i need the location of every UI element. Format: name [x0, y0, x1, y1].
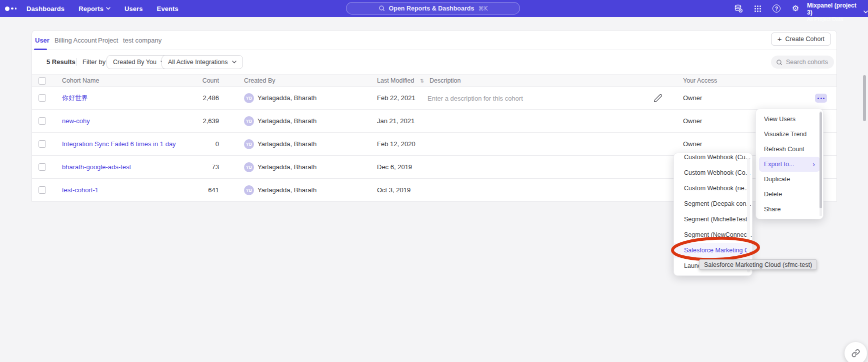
plus-icon: + — [778, 35, 782, 43]
project-selector-text: Mixpanel (project 3) All Project Data — [807, 2, 858, 22]
nav-events[interactable]: Events — [157, 5, 178, 13]
global-search-bar[interactable]: Open Reports & Dashboards ⌘K — [346, 2, 520, 15]
submenu-scrollbar[interactable] — [747, 158, 750, 272]
search-icon — [378, 5, 385, 12]
table-row: new-cohy 2,639 YB Yarlagadda, Bharath Ja… — [32, 110, 836, 133]
project-name: Mixpanel (project 3) — [807, 2, 858, 16]
last-modified-date: Jan 21, 2021 — [377, 110, 414, 133]
cohort-name-link[interactable]: 你好世界 — [62, 87, 88, 110]
nav-users[interactable]: Users — [124, 5, 143, 13]
dot — [818, 98, 819, 99]
tab-project[interactable]: Project — [98, 31, 118, 50]
select-all-checkbox[interactable] — [38, 77, 46, 85]
cohort-name-link[interactable]: bharath-google-ads-test — [62, 156, 131, 179]
chevron-down-icon — [864, 11, 868, 14]
tab-billing-account[interactable]: Billing Account — [54, 31, 97, 50]
edit-pencil-icon[interactable] — [654, 94, 662, 103]
menu-item-view-users[interactable]: View Users — [756, 112, 823, 127]
export-to-label: Export to... — [764, 161, 794, 168]
export-submenu-list: Custom Webhook (Cu... Custom Webhook (Co… — [674, 153, 752, 274]
menu-item-export-to[interactable]: Export to...› — [759, 157, 820, 172]
row-checkbox[interactable] — [38, 186, 46, 194]
menu-item-refresh-count[interactable]: Refresh Count — [756, 142, 823, 157]
chevron-down-icon — [232, 61, 236, 64]
link-icon — [852, 349, 860, 357]
help-icon[interactable]: ? — [772, 4, 781, 13]
menu-scrollbar-thumb[interactable] — [820, 112, 822, 208]
menu-item-visualize-trend[interactable]: Visualize Trend — [756, 127, 823, 142]
export-submenu: Custom Webhook (Cu... Custom Webhook (Co… — [674, 153, 752, 276]
submenu-item-salesforce-marketing-cloud[interactable]: Salesforce Marketing C... — [674, 243, 752, 258]
filter-by-label: Filter by — [82, 50, 106, 74]
nav-reports-label: Reports — [78, 5, 104, 13]
tabs-row: User Billing Account Project test compan… — [32, 31, 836, 50]
row-checkbox[interactable] — [38, 140, 46, 148]
menu-scrollbar[interactable] — [820, 111, 822, 216]
search-cohorts-field[interactable] — [771, 56, 834, 69]
filter-toolbar: 5 Results Filter by Created By You All A… — [32, 50, 836, 74]
cohort-count: 2,486 — [177, 87, 219, 110]
col-description: Description — [430, 75, 461, 87]
nav-dashboards[interactable]: Dashboards — [26, 5, 64, 13]
cohort-name-link[interactable]: test-cohort-1 — [62, 179, 98, 202]
logo-dot — [15, 8, 17, 10]
access-level: Owner — [683, 110, 702, 133]
project-selector[interactable]: Mixpanel (project 3) All Project Data — [807, 2, 868, 22]
avatar: YB — [244, 162, 254, 172]
row-actions-menu: View Users Visualize Trend Refresh Count… — [756, 109, 824, 219]
integrations-filter-dropdown[interactable]: All Active Integrations — [162, 55, 243, 69]
share-link-fab[interactable] — [844, 342, 867, 362]
cohort-name-link[interactable]: Integration Sync Failed 6 times in 1 day — [62, 133, 176, 156]
submenu-arrow-icon: › — [812, 157, 815, 172]
submenu-scrollbar-thumb[interactable] — [863, 75, 866, 121]
submenu-item-custom-webhook-1[interactable]: Custom Webhook (Cu... — [674, 153, 752, 165]
submenu-item-segment-2[interactable]: Segment (MichelleTest) — [674, 212, 752, 227]
create-cohort-button[interactable]: +Create Cohort — [771, 33, 831, 46]
tab-test-company[interactable]: test company — [123, 31, 162, 50]
menu-item-share[interactable]: Share — [756, 202, 823, 217]
created-by-name: Yarlagadda, Bharath — [258, 179, 316, 202]
data-management-icon[interactable] — [734, 4, 743, 13]
row-actions-button[interactable] — [815, 94, 827, 103]
col-count: Count — [177, 75, 219, 87]
create-cohort-label: Create Cohort — [785, 36, 824, 43]
row-checkbox[interactable] — [38, 94, 46, 102]
submenu-item-custom-webhook-3[interactable]: Custom Webhook (ne... — [674, 181, 752, 196]
search-cohorts-input[interactable] — [786, 59, 831, 66]
tab-user[interactable]: User — [35, 31, 50, 50]
row-checkbox[interactable] — [38, 163, 46, 171]
col-created-by: Created By — [244, 75, 276, 87]
submenu-item-segment-1[interactable]: Segment (Deepak con... — [674, 196, 752, 212]
cohort-count: 0 — [177, 133, 219, 156]
settings-gear-icon[interactable]: ⚙ — [791, 4, 800, 13]
apps-grid-icon[interactable] — [753, 4, 762, 13]
integrations-filter-label: All Active Integrations — [168, 59, 228, 66]
chevron-down-icon — [106, 7, 110, 10]
table-header: Cohort Name Count Created By Last Modifi… — [32, 74, 836, 87]
top-navbar: Dashboards Reports Users Events Open Rep… — [0, 0, 868, 17]
submenu-item-custom-webhook-2[interactable]: Custom Webhook (Co... — [674, 165, 752, 181]
row-checkbox[interactable] — [38, 117, 46, 125]
description-input[interactable] — [428, 91, 578, 105]
navbar-menu: Dashboards Reports Users Events — [26, 0, 178, 17]
col-last-modified: Last Modified — [377, 75, 414, 87]
sort-icon[interactable]: ⇅ — [420, 75, 424, 87]
nav-reports[interactable]: Reports — [78, 5, 110, 13]
submenu-item-segment-3[interactable]: Segment (NewConnec... — [674, 227, 752, 243]
results-count: 5 Results — [46, 50, 76, 74]
cohort-count: 641 — [177, 179, 219, 202]
menu-item-delete[interactable]: Delete — [756, 187, 823, 202]
avatar: YB — [244, 116, 254, 126]
mixpanel-logo-icon[interactable] — [5, 0, 16, 17]
cohort-count: 73 — [177, 156, 219, 179]
cohort-count: 2,639 — [177, 110, 219, 133]
last-modified-date: Feb 12, 2020 — [377, 133, 416, 156]
col-your-access: Your Access — [683, 75, 717, 87]
gear-glyph: ⚙ — [792, 5, 799, 13]
cohort-name-link[interactable]: new-cohy — [62, 110, 90, 133]
last-modified-date: Feb 22, 2021 — [377, 87, 416, 110]
logo-dot — [11, 8, 14, 10]
created-by-name: Yarlagadda, Bharath — [258, 156, 316, 179]
nav-events-label: Events — [157, 5, 178, 13]
menu-item-duplicate[interactable]: Duplicate — [756, 172, 823, 187]
